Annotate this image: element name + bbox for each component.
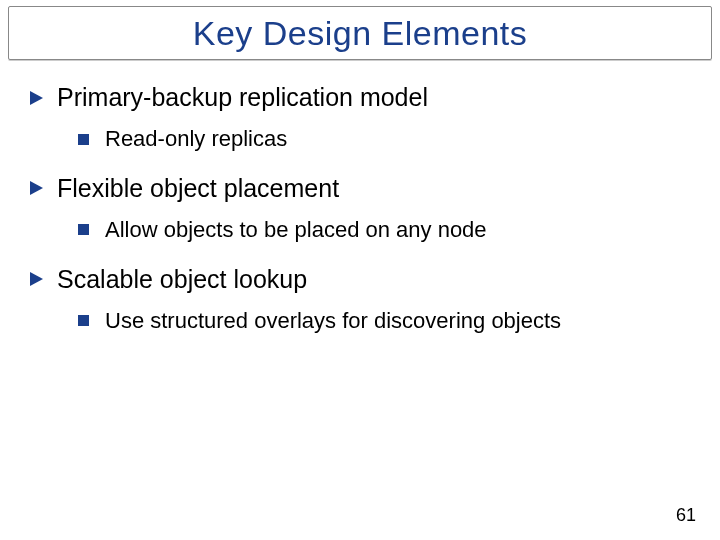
sub-bullet-row: Read-only replicas — [78, 125, 690, 153]
bullet-row: Scalable object lookup — [30, 264, 690, 295]
bullet-item: Flexible object placement Allow objects … — [30, 173, 690, 244]
sub-bullet-text: Use structured overlays for discovering … — [105, 307, 561, 335]
title-container: Key Design Elements — [8, 6, 712, 60]
bullet-heading: Scalable object lookup — [57, 264, 307, 295]
sub-bullet-row: Use structured overlays for discovering … — [78, 307, 690, 335]
page-number: 61 — [676, 505, 696, 526]
square-icon — [78, 134, 89, 145]
slide: Key Design Elements Primary-backup repli… — [0, 0, 720, 540]
square-icon — [78, 315, 89, 326]
arrow-icon — [30, 181, 43, 195]
bullet-row: Flexible object placement — [30, 173, 690, 204]
arrow-icon — [30, 91, 43, 105]
sub-bullet-row: Allow objects to be placed on any node — [78, 216, 690, 244]
bullet-item: Scalable object lookup Use structured ov… — [30, 264, 690, 335]
bullet-heading: Flexible object placement — [57, 173, 339, 204]
bullet-row: Primary-backup replication model — [30, 82, 690, 113]
slide-body: Primary-backup replication model Read-on… — [30, 82, 690, 354]
sub-bullet-text: Allow objects to be placed on any node — [105, 216, 487, 244]
slide-title: Key Design Elements — [193, 14, 528, 53]
arrow-icon — [30, 272, 43, 286]
square-icon — [78, 224, 89, 235]
bullet-item: Primary-backup replication model Read-on… — [30, 82, 690, 153]
sub-bullet-text: Read-only replicas — [105, 125, 287, 153]
bullet-heading: Primary-backup replication model — [57, 82, 428, 113]
